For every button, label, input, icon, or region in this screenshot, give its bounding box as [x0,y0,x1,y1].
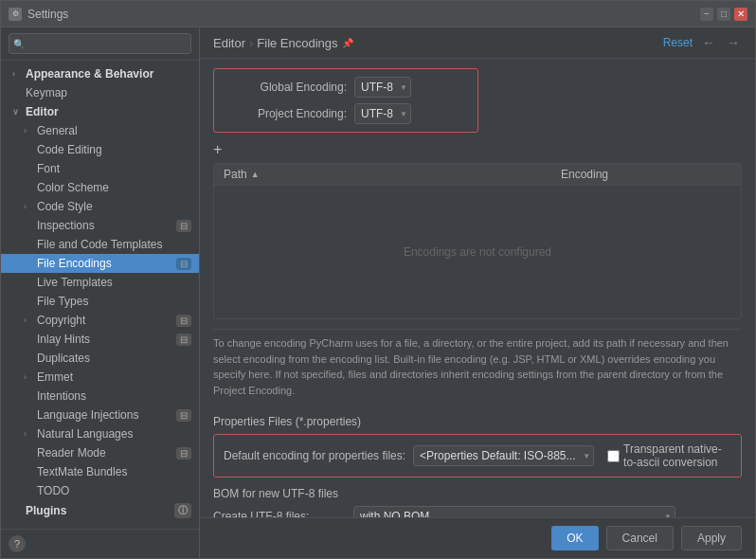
badge: ⊟ [176,315,191,327]
sidebar-item-general[interactable]: › General [1,121,199,140]
header-actions: Reset ← → [663,35,742,50]
create-utf8-select[interactable]: with NO BOM [353,506,675,517]
sidebar-item-duplicates[interactable]: Duplicates [1,349,199,368]
sidebar-item-code-style[interactable]: › Code Style [1,197,199,216]
search-icon: 🔍 [13,39,25,49]
create-utf8-label: Create UTF-8 files: [213,510,346,517]
sidebar-item-label: Inlay Hints [37,333,90,346]
bom-select-wrapper: with NO BOM [353,506,675,517]
global-encoding-label: Global Encoding: [224,81,347,94]
sidebar-item-file-encodings[interactable]: File Encodings ⊟ [1,254,199,273]
cancel-button[interactable]: Cancel [606,526,674,550]
search-wrapper: 🔍 [9,33,191,54]
transparent-checkbox[interactable] [607,450,620,462]
sidebar-item-label: Code Style [37,200,93,213]
project-encoding-select[interactable]: UTF-8 [354,103,411,124]
chevron-icon: › [24,126,33,135]
sidebar-item-label: Live Templates [37,276,113,289]
sidebar-item-reader-mode[interactable]: Reader Mode ⊟ [1,443,199,462]
sidebar-item-label: Code Editing [37,143,102,156]
sidebar-item-code-editing[interactable]: Code Editing [1,140,199,159]
sidebar-item-natural-languages[interactable]: › Natural Languages [1,424,199,443]
col-encoding: Encoding [551,168,741,181]
sidebar-item-textmate[interactable]: TextMate Bundles [1,462,199,481]
sidebar-item-emmet[interactable]: › Emmet [1,368,199,387]
sidebar-item-copyright[interactable]: › Copyright ⊟ [1,311,199,330]
global-encoding-select-wrapper: UTF-8 [354,77,411,98]
sidebar-item-keymap[interactable]: Keymap [1,83,199,102]
sidebar-item-label: Duplicates [37,352,90,365]
sidebar-item-inspections[interactable]: Inspections ⊟ [1,216,199,235]
help-button[interactable]: ? [9,535,26,552]
default-encoding-select[interactable]: <Properties Default: ISO-885... [413,445,594,466]
ok-button[interactable]: OK [551,526,598,550]
breadcrumb-current: File Encodings [257,36,337,50]
apply-button[interactable]: Apply [681,526,742,550]
forward-button[interactable]: → [725,35,742,50]
chevron-icon: › [12,69,22,79]
main-header: Editor › File Encodings 📌 Reset ← → [200,27,755,59]
sidebar-item-color-scheme[interactable]: Color Scheme [1,178,199,197]
pin-icon: 📌 [342,38,353,48]
transparent-label: Transparent native-to-ascii conversion [623,442,731,469]
sidebar-item-label: Font [37,162,60,175]
sidebar-item-file-code-templates[interactable]: File and Code Templates [1,235,199,254]
sidebar: 🔍 › Appearance & Behavior Keymap ∨ Edito… [1,27,200,558]
badge: ⊟ [176,258,191,270]
sidebar-item-language-injections[interactable]: Language Injections ⊟ [1,406,199,424]
breadcrumb-editor: Editor [213,36,245,50]
breadcrumb-separator: › [249,36,253,50]
sidebar-item-plugins[interactable]: Plugins ⓘ [1,500,199,521]
sidebar-item-label: Keymap [26,86,67,99]
reset-button[interactable]: Reset [663,36,693,49]
sidebar-item-label: Natural Languages [37,427,133,441]
bom-section: BOM for new UTF-8 files Create UTF-8 fil… [213,487,742,517]
sidebar-item-inlay-hints[interactable]: Inlay Hints ⊟ [1,330,199,349]
close-button[interactable]: ✕ [734,8,747,21]
sidebar-item-label: TextMate Bundles [37,465,127,478]
sidebar-item-todo[interactable]: TODO [1,481,199,500]
global-encoding-select[interactable]: UTF-8 [354,77,411,98]
add-row: + [213,142,742,157]
chevron-icon: › [24,372,33,382]
sidebar-item-appearance[interactable]: › Appearance & Behavior [1,64,199,83]
properties-row: Default encoding for properties files: <… [224,442,731,469]
sidebar-item-label: Copyright [37,314,85,327]
description: To change encoding PyCharm uses for a fi… [213,329,742,404]
col-path: Path ▲ [214,168,551,181]
minimize-button[interactable]: − [700,8,713,21]
badge: ⊟ [176,334,191,346]
maximize-button[interactable]: □ [717,8,730,21]
table-body: Encodings are not configured [214,186,741,318]
main-body: Global Encoding: UTF-8 Project Encoding:… [200,59,755,517]
back-button[interactable]: ← [700,35,717,50]
sidebar-nav: › Appearance & Behavior Keymap ∨ Editor … [1,61,199,529]
sidebar-item-file-types[interactable]: File Types [1,292,199,311]
sidebar-bottom: ? [1,529,199,558]
window-title: Settings [27,8,700,21]
add-button[interactable]: + [213,142,222,157]
search-input[interactable] [9,33,191,54]
badge: ⊟ [176,447,191,460]
sidebar-item-label: Appearance & Behavior [26,67,153,81]
sidebar-item-editor[interactable]: ∨ Editor [1,102,199,121]
sidebar-item-label: Inspections [37,219,95,232]
project-encoding-select-wrapper: UTF-8 [354,103,411,124]
badge: ⓘ [174,503,191,518]
sidebar-item-label: Intentions [37,389,86,403]
breadcrumb: Editor › File Encodings 📌 [213,36,663,50]
app-icon: ⚙ [9,8,22,21]
project-encoding-row: Project Encoding: UTF-8 [224,103,468,124]
chevron-icon: › [24,316,33,325]
transparent-checkbox-wrapper: Transparent native-to-ascii conversion [607,442,731,469]
sidebar-item-label: Language Injections [37,408,138,422]
sidebar-item-label: General [37,124,78,137]
sidebar-item-label: File and Code Templates [37,238,163,251]
sidebar-item-live-templates[interactable]: Live Templates [1,273,199,292]
sidebar-item-label: Editor [26,105,59,118]
sidebar-item-intentions[interactable]: Intentions [1,387,199,406]
sidebar-item-label: File Types [37,295,88,308]
sidebar-item-font[interactable]: Font [1,159,199,178]
footer: OK Cancel Apply [200,517,755,558]
title-bar: ⚙ Settings − □ ✕ [1,1,755,27]
